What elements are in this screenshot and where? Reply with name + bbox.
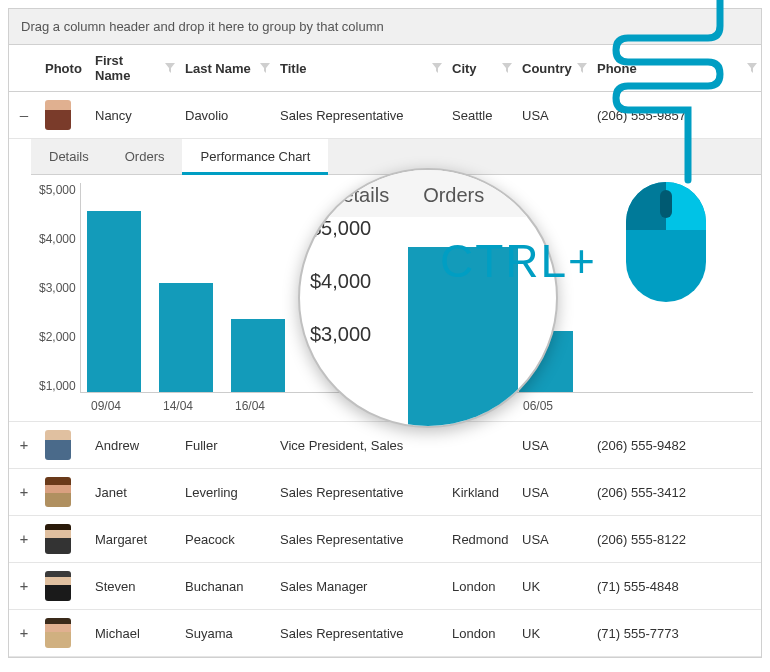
cell-city: Kirkland: [446, 477, 516, 508]
cell-first: Janet: [89, 477, 179, 508]
cell-title: Vice President, Sales: [274, 430, 446, 461]
collapse-button[interactable]: –: [9, 99, 39, 131]
table-row[interactable]: + Janet Leverling Sales Representative K…: [9, 469, 761, 516]
cell-first: Margaret: [89, 524, 179, 555]
table-row[interactable]: + Andrew Fuller Vice President, Sales US…: [9, 422, 761, 469]
svg-rect-4: [660, 190, 672, 218]
tab-details[interactable]: Details: [31, 139, 107, 174]
filter-icon[interactable]: [260, 63, 270, 73]
cell-city: London: [446, 571, 516, 602]
cell-country: UK: [516, 618, 591, 649]
expand-button[interactable]: +: [9, 429, 39, 461]
cell-country: USA: [516, 477, 591, 508]
column-header-last-name[interactable]: Last Name: [179, 53, 274, 84]
expand-button[interactable]: +: [9, 476, 39, 508]
avatar: [45, 477, 71, 507]
x-tick: 09/04: [79, 399, 133, 413]
expand-button[interactable]: +: [9, 523, 39, 555]
cell-title: Sales Representative: [274, 477, 446, 508]
x-tick: [295, 399, 349, 413]
chart-bar: [87, 211, 141, 392]
cell-last: Peacock: [179, 524, 274, 555]
table-row[interactable]: + Margaret Peacock Sales Representative …: [9, 516, 761, 563]
cell-last: Buchanan: [179, 571, 274, 602]
chart-bar: [159, 283, 213, 392]
table-row[interactable]: + Steven Buchanan Sales Manager London U…: [9, 563, 761, 610]
column-header-title[interactable]: Title: [274, 53, 446, 84]
chart-bar: [231, 319, 285, 393]
y-tick: $5,000: [39, 183, 76, 197]
expand-button[interactable]: +: [9, 570, 39, 602]
column-header-city[interactable]: City: [446, 53, 516, 84]
cell-title: Sales Representative: [274, 524, 446, 555]
avatar: [45, 571, 71, 601]
column-label: Title: [280, 61, 307, 76]
cell-country: USA: [516, 430, 591, 461]
y-tick: $4,000: [39, 232, 76, 246]
cell-photo: [39, 516, 89, 562]
filter-icon[interactable]: [502, 63, 512, 73]
expand-button[interactable]: +: [9, 617, 39, 649]
column-label: City: [452, 61, 477, 76]
cell-photo: [39, 422, 89, 468]
cell-last: Suyama: [179, 618, 274, 649]
zoom-y-tick: $4,000: [310, 270, 371, 293]
cell-photo: [39, 610, 89, 656]
filter-icon[interactable]: [432, 63, 442, 73]
y-tick: $1,000: [39, 379, 76, 393]
x-tick: 06/05: [511, 399, 565, 413]
tab-performance-chart[interactable]: Performance Chart: [182, 139, 328, 174]
filter-icon[interactable]: [165, 63, 175, 73]
cell-title: Sales Representative: [274, 100, 446, 131]
mouse-icon: [622, 178, 710, 306]
avatar: [45, 430, 71, 460]
cell-photo: [39, 92, 89, 138]
column-header-first-name[interactable]: First Name: [89, 45, 179, 91]
column-label: Photo: [45, 61, 82, 76]
tab-orders[interactable]: Orders: [107, 139, 183, 174]
chart-y-axis: $5,000 $4,000 $3,000 $2,000 $1,000: [39, 183, 80, 393]
x-tick: 16/04: [223, 399, 277, 413]
cell-phone: (206) 555-3412: [591, 477, 761, 508]
cell-phone: (206) 555-8122: [591, 524, 761, 555]
cell-first: Steven: [89, 571, 179, 602]
zoom-lens-graphic: Details Orders $5,000 $4,000 $3,000: [298, 168, 558, 428]
zoom-tab-orders: Orders: [423, 184, 484, 207]
cell-last: Fuller: [179, 430, 274, 461]
table-row[interactable]: + Michael Suyama Sales Representative Lo…: [9, 610, 761, 657]
ctrl-plus-label: CTRL+: [440, 234, 597, 288]
column-label: First Name: [95, 53, 161, 83]
cell-city: Redmond: [446, 524, 516, 555]
avatar: [45, 100, 71, 130]
avatar: [45, 524, 71, 554]
y-tick: $3,000: [39, 281, 76, 295]
column-label: Country: [522, 61, 572, 76]
cell-country: UK: [516, 571, 591, 602]
cell-title: Sales Representative: [274, 618, 446, 649]
cell-phone: (71) 555-4848: [591, 571, 761, 602]
column-label: Last Name: [185, 61, 251, 76]
cell-last: Davolio: [179, 100, 274, 131]
cell-city: Seattle: [446, 100, 516, 131]
cell-title: Sales Manager: [274, 571, 446, 602]
zoom-y-tick: $3,000: [310, 323, 371, 346]
x-tick: 14/04: [151, 399, 205, 413]
y-tick: $2,000: [39, 330, 76, 344]
cell-last: Leverling: [179, 477, 274, 508]
cell-photo: [39, 563, 89, 609]
column-header-photo[interactable]: Photo: [39, 53, 89, 84]
expand-header: [9, 60, 39, 76]
cell-city: London: [446, 618, 516, 649]
cell-first: Andrew: [89, 430, 179, 461]
cell-phone: (206) 555-9482: [591, 430, 761, 461]
cell-photo: [39, 469, 89, 515]
mouse-cable-graphic: [580, 0, 750, 196]
cell-first: Michael: [89, 618, 179, 649]
cell-country: USA: [516, 524, 591, 555]
avatar: [45, 618, 71, 648]
cell-first: Nancy: [89, 100, 179, 131]
cell-city: [446, 437, 516, 453]
cell-phone: (71) 555-7773: [591, 618, 761, 649]
